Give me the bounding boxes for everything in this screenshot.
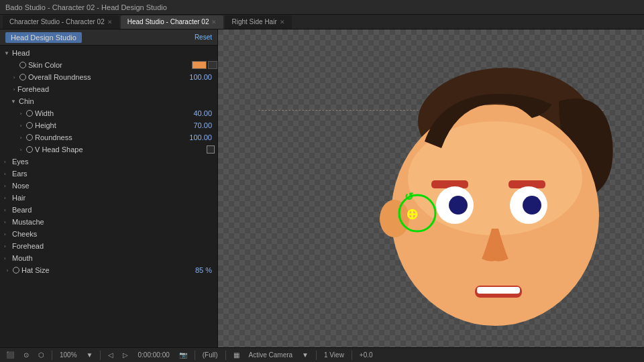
- divider5: [316, 351, 317, 360]
- hat-size-label: Hat Size: [21, 266, 195, 274]
- bottom-info-icon[interactable]: ⊙: [21, 351, 31, 359]
- timecode[interactable]: 0:00:00:00: [136, 351, 171, 359]
- hair-label: Hair: [12, 194, 25, 202]
- v-head-shape-checkbox[interactable]: [207, 145, 215, 154]
- mouth-group[interactable]: › Mouth: [0, 252, 217, 264]
- title-bar: Bado Studio - Character 02 - Head Design…: [0, 0, 644, 15]
- hair-arrow: ›: [4, 195, 11, 201]
- hat-size-item[interactable]: › Hat Size 85 %: [0, 264, 217, 276]
- ears-group[interactable]: › Ears: [0, 168, 217, 180]
- overall-roundness-arrow: ›: [11, 74, 17, 80]
- eyes-arrow: ›: [4, 159, 11, 165]
- mouth-arrow: ›: [4, 255, 11, 261]
- forehead-item[interactable]: › Forehead: [0, 83, 217, 95]
- svg-text:↺: ↺: [405, 191, 413, 202]
- chin-label: Chin: [19, 97, 34, 105]
- head-label: Head: [12, 49, 30, 57]
- divider2: [100, 351, 101, 360]
- chin-height-value: 70.00: [193, 121, 217, 129]
- forehead-group2-arrow: ›: [4, 243, 11, 249]
- forehead-label: Forehead: [17, 85, 217, 93]
- forehead-group2-label: Forehead: [12, 242, 44, 250]
- forehead-arrow: ›: [11, 86, 17, 93]
- tab-label-head-studio: Head Studio - Character 02: [127, 18, 209, 25]
- chin-height-item[interactable]: › Height 70.00: [0, 119, 217, 131]
- skin-color-item[interactable]: Skin Color: [0, 59, 217, 71]
- reset-button[interactable]: Reset: [195, 34, 212, 41]
- tab-bar: Character Studio - Character 02 ✕ Head S…: [0, 15, 644, 29]
- main-area: Head Design Studio Reset ▼ Head Skin Col…: [0, 29, 644, 347]
- svg-point-9: [523, 196, 541, 215]
- beard-label: Beard: [12, 206, 32, 214]
- eyes-label: Eyes: [12, 158, 28, 166]
- svg-point-3: [380, 200, 409, 237]
- tab-right-side-hair[interactable]: Right Side Hair ✕: [225, 15, 291, 29]
- svg-text:⊕: ⊕: [406, 206, 418, 223]
- beard-arrow: ›: [4, 207, 11, 213]
- skin-color-swatch2[interactable]: [208, 61, 217, 69]
- camera-dropdown[interactable]: ▼: [300, 351, 311, 359]
- mustache-group[interactable]: › Mustache: [0, 216, 217, 228]
- chin-height-label: Height: [35, 121, 193, 129]
- nose-label: Nose: [12, 182, 30, 190]
- chin-roundness-arrow: ›: [17, 135, 24, 141]
- eyes-group[interactable]: › Eyes: [0, 156, 217, 168]
- camera-label[interactable]: Active Camera: [247, 351, 295, 359]
- tab-close-head-studio[interactable]: ✕: [211, 19, 217, 25]
- playback-icon2[interactable]: ▷: [121, 351, 130, 359]
- mustache-arrow: ›: [4, 219, 11, 225]
- chin-height-icon: [26, 122, 33, 129]
- bottom-view-icon[interactable]: ⬡: [36, 351, 46, 359]
- tab-character-studio[interactable]: Character Studio - Character 02 ✕: [3, 15, 119, 29]
- nose-group[interactable]: › Nose: [0, 180, 217, 192]
- divider1: [52, 351, 52, 360]
- camera-icon[interactable]: 📷: [177, 351, 189, 359]
- chin-group[interactable]: ▼ Chin: [0, 95, 217, 107]
- cheeks-group[interactable]: › Cheeks: [0, 228, 217, 240]
- hair-group[interactable]: › Hair: [0, 192, 217, 204]
- forehead-group2[interactable]: › Forehead: [0, 240, 217, 252]
- skin-color-swatch[interactable]: [192, 61, 207, 69]
- properties-tree: ▼ Head Skin Color › Overall Roundness 10…: [0, 46, 217, 278]
- divider6: [352, 351, 352, 360]
- bottom-monitor-icon[interactable]: ⬛: [4, 351, 16, 359]
- chin-roundness-value: 100.00: [189, 133, 217, 141]
- chin-width-icon: [26, 110, 33, 117]
- zoom-down-icon[interactable]: ▼: [85, 351, 95, 359]
- head-group[interactable]: ▼ Head: [0, 47, 217, 59]
- chin-roundness-label: Roundness: [35, 133, 189, 141]
- tab-close-right-side-hair[interactable]: ✕: [280, 19, 285, 25]
- overall-roundness-value: 100.00: [189, 73, 217, 81]
- skin-color-label: Skin Color: [28, 61, 192, 69]
- ears-label: Ears: [12, 170, 28, 178]
- svg-point-8: [449, 196, 468, 215]
- overall-roundness-item[interactable]: › Overall Roundness 100.00: [0, 71, 217, 83]
- bottom-bar: ⬛ ⊙ ⬡ 100% ▼ ◁ ▷ 0:00:00:00 📷 (Full) ▦ A…: [0, 347, 644, 362]
- chin-roundness-item[interactable]: › Roundness 100.00: [0, 131, 217, 143]
- skin-color-icon: [19, 62, 26, 68]
- hat-size-arrow: ›: [4, 267, 11, 274]
- view-label[interactable]: 1 View: [322, 351, 346, 359]
- chin-width-item[interactable]: › Width 40.00: [0, 107, 217, 119]
- cheeks-label: Cheeks: [12, 230, 37, 238]
- zoom-level[interactable]: 100%: [58, 351, 79, 359]
- title-bar-text: Bado Studio - Character 02 - Head Design…: [5, 3, 167, 11]
- v-head-shape-item[interactable]: › V Head Shape: [0, 143, 217, 156]
- v-head-shape-arrow: ›: [17, 147, 24, 153]
- tab-head-studio[interactable]: Head Studio - Character 02 ✕: [121, 15, 224, 29]
- tab-close-character-studio[interactable]: ✕: [107, 19, 113, 25]
- svg-rect-11: [477, 287, 520, 294]
- divider3: [195, 351, 195, 360]
- v-head-shape-label: V Head Shape: [35, 145, 207, 154]
- chin-roundness-icon: [26, 134, 33, 141]
- playback-icon1[interactable]: ◁: [106, 351, 115, 359]
- quality-label[interactable]: (Full): [201, 351, 220, 359]
- panel-title: Head Design Studio: [5, 32, 82, 43]
- tab-label-character-studio: Character Studio - Character 02: [9, 18, 105, 25]
- beard-group[interactable]: › Beard: [0, 204, 217, 216]
- viewport[interactable]: ↺ ⊕: [218, 29, 644, 347]
- chin-width-label: Width: [35, 109, 193, 117]
- divider4: [225, 351, 226, 360]
- render-icon[interactable]: ▦: [231, 351, 241, 359]
- chin-width-value: 40.00: [193, 109, 217, 117]
